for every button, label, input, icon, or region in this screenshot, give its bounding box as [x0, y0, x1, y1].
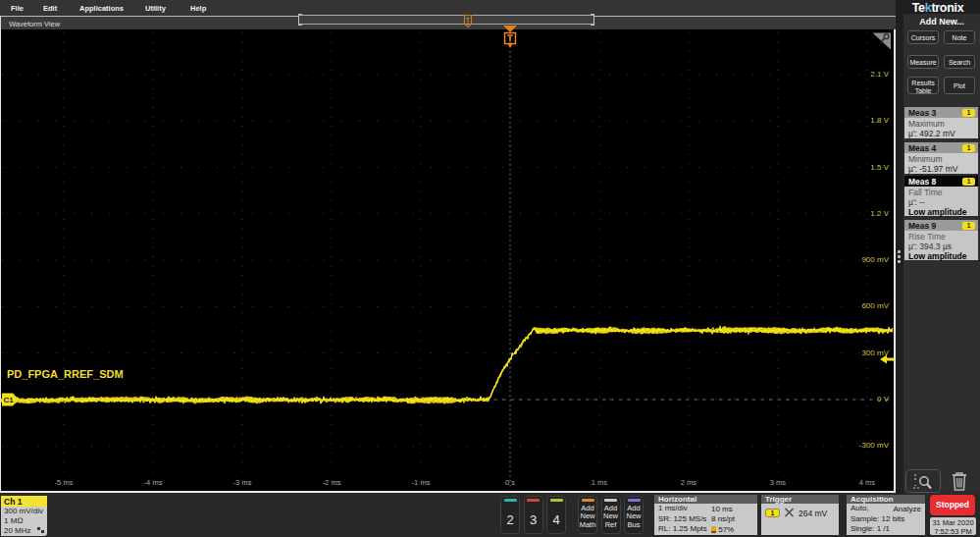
svg-text:C1: C1: [4, 396, 15, 404]
